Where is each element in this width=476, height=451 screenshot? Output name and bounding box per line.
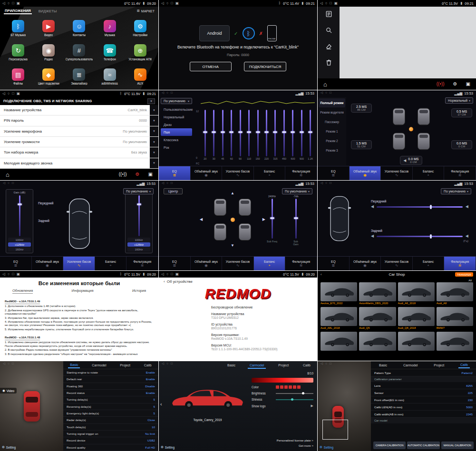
setting-value[interactable]: Enable <box>146 391 155 394</box>
show-logo-row[interactable]: Show logo ▶ <box>252 404 313 408</box>
setting-button[interactable]: ⚙ Setting <box>161 445 175 449</box>
cancel-button[interactable]: ОТМЕНА <box>190 62 232 71</box>
slider-thumb[interactable] <box>238 131 243 133</box>
car-item[interactable] <box>437 332 473 351</box>
slider-thumb[interactable] <box>270 217 274 219</box>
car-item[interactable]: Audi_A6_2018 <box>398 282 435 305</box>
parameter-row[interactable]: Calib width(AB in mm) 2345 <box>371 411 476 418</box>
eq-band-slider[interactable]: 450 <box>280 110 288 160</box>
eq-band-slider[interactable]: 1.2K <box>306 110 315 160</box>
setting-row[interactable]: Starting engine to rotate Enable <box>63 369 158 376</box>
parameter-value[interactable]: 5000 <box>466 405 473 409</box>
slider-track[interactable] <box>231 110 232 156</box>
slider-thumb[interactable] <box>203 131 207 133</box>
slider-thumb[interactable] <box>256 131 260 133</box>
parameter-value[interactable]: 8255 <box>466 384 473 387</box>
eraser-tool-icon[interactable] <box>325 43 332 52</box>
audio-tab[interactable]: Фильтрация ≋ <box>444 166 476 180</box>
slider-thumb[interactable] <box>18 203 22 205</box>
audio-tab[interactable]: Баланс + <box>95 257 127 270</box>
slider-thumb[interactable] <box>430 234 432 239</box>
setting-row[interactable]: Emergency light delay(s) 5 <box>63 410 158 417</box>
audio-tab[interactable]: Объёмный звук ◉ <box>191 166 223 180</box>
audio-tab[interactable]: Баланс + <box>413 257 445 270</box>
settings-tab[interactable]: Carmodel <box>90 363 108 368</box>
slider-track[interactable] <box>222 110 223 156</box>
audio-tab[interactable]: Баланс + <box>254 166 286 180</box>
listening-position-dot[interactable] <box>409 127 413 131</box>
back-icon[interactable]: ◁ <box>162 362 164 365</box>
all-filter[interactable]: All <box>468 279 472 282</box>
parameter-value[interactable]: 225 <box>468 391 473 394</box>
settings-tab[interactable]: Calib <box>458 362 470 368</box>
calibration-button[interactable]: CAMERA CALIBRATION <box>373 441 406 449</box>
eq-preset-item[interactable]: Пользовательские <box>161 106 192 113</box>
car-3d-render[interactable] <box>168 385 247 412</box>
row-dropdown[interactable]: ▼ <box>150 147 158 157</box>
setting-row[interactable]: Turning signal trigger on No limit <box>63 431 158 437</box>
slider-thumb[interactable] <box>291 131 295 133</box>
setting-value[interactable]: Full HD <box>145 446 155 449</box>
row-dropdown[interactable]: ▼ <box>150 158 158 168</box>
settings-tab[interactable]: Carmodel <box>248 363 266 369</box>
slider-thumb[interactable] <box>273 131 277 133</box>
home-circle-icon[interactable]: ○ <box>8 182 10 185</box>
audio-tab[interactable]: EQ ≣ <box>318 166 350 180</box>
transfer-button[interactable]: TRANSFER <box>455 272 473 277</box>
audio-tab[interactable]: EQ ≣ <box>159 257 191 270</box>
back-icon[interactable]: ◁ <box>161 1 164 5</box>
recents-icon[interactable]: □ <box>171 91 173 95</box>
listening-mode-item[interactable]: Режим водителя <box>319 108 345 117</box>
default-dropdown[interactable]: По умолчанию ▾ <box>282 188 312 194</box>
eq-band-slider[interactable]: 60 <box>227 110 235 160</box>
eq-band-slider[interactable]: 600 <box>289 110 297 160</box>
pip-icon[interactable]: ▣ <box>17 92 20 96</box>
audio-tab[interactable]: Объёмный звук ◉ <box>350 166 381 180</box>
eq-band-slider[interactable]: 150 <box>253 110 262 160</box>
frequency-option[interactable]: 100Hz <box>8 238 31 242</box>
back-icon[interactable]: ◁ <box>162 91 164 95</box>
recents-icon[interactable]: □ <box>171 362 173 365</box>
pattern-type-value[interactable]: Pattern2 <box>462 371 473 374</box>
slider-thumb[interactable] <box>302 392 304 394</box>
audio-tab[interactable]: Объёмный звук ◉ <box>32 257 64 270</box>
app-shortcut[interactable]: ◆ Цвет подсветки <box>33 65 64 89</box>
changelog-tab[interactable]: Информация <box>72 288 94 294</box>
listening-mode-item[interactable]: Пассажир <box>319 117 345 126</box>
slider-thumb[interactable] <box>291 398 293 401</box>
default-dropdown[interactable]: По умолчанию ▾ <box>441 188 471 194</box>
arrow-up-icon[interactable]: ▲ <box>231 192 234 195</box>
home-circle-icon[interactable]: ○ <box>166 362 168 365</box>
slider-thumb[interactable] <box>430 205 432 209</box>
settings-tab[interactable]: Project <box>432 363 446 368</box>
recents-icon[interactable]: □ <box>12 272 14 276</box>
recents-icon[interactable]: □ <box>171 1 173 5</box>
setting-row[interactable]: PIN пароль 0000 ▼ <box>0 115 158 126</box>
eq-band-slider[interactable]: 90 <box>236 110 244 160</box>
app-shortcut[interactable]: ≈ adbWireless <box>95 65 125 89</box>
color-swatches[interactable] <box>276 385 301 389</box>
balance-position-dot[interactable] <box>231 218 235 222</box>
setting-row[interactable]: Record quality Full HD <box>63 444 158 451</box>
home-circle-icon[interactable]: ○ <box>166 182 168 185</box>
setting-row[interactable]: Radar delay(s) Close <box>63 417 158 423</box>
setting-button[interactable]: ⚙ Setting <box>2 445 16 449</box>
eq-preset-item[interactable]: Джаз <box>161 121 192 128</box>
slider-thumb[interactable] <box>308 131 312 133</box>
slider-thumb[interactable] <box>221 131 225 133</box>
eq-preset-dropdown[interactable]: По умолчанию ▾ <box>161 98 192 104</box>
slider-track[interactable] <box>292 110 293 156</box>
setting-value[interactable]: Close <box>147 418 155 422</box>
car-item[interactable]: Audi_A8 <box>437 282 473 305</box>
row-dropdown[interactable]: ▼ <box>150 115 158 125</box>
home-circle-icon[interactable]: ○ <box>325 362 327 365</box>
audio-tab[interactable]: Фильтрация ≋ <box>285 257 317 270</box>
tab-applications[interactable]: ПРИЛОЖЕНИЯ <box>4 8 32 14</box>
recents-icon[interactable]: □ <box>171 182 173 185</box>
slider-track[interactable] <box>248 110 250 156</box>
car-item[interactable]: BMW7 <box>437 307 473 329</box>
row-dropdown[interactable]: ▼ <box>150 126 158 136</box>
split-screen-icon[interactable]: ▣ <box>148 172 153 177</box>
slider-thumb[interactable] <box>282 131 286 133</box>
car-item[interactable]: Aeolus_E70_2022 <box>321 282 357 305</box>
